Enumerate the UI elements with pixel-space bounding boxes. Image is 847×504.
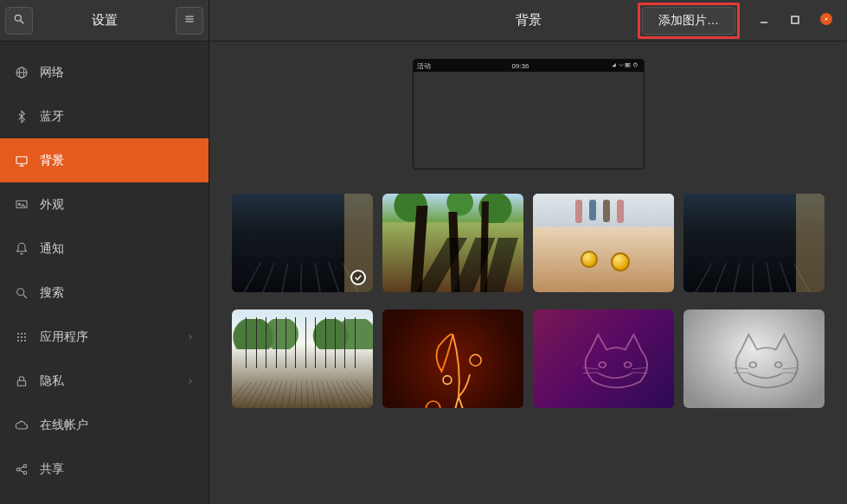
sidebar-search-button[interactable] xyxy=(5,7,33,35)
add-picture-button[interactable]: 添加图片… xyxy=(642,7,735,35)
svg-line-28 xyxy=(19,466,23,469)
sidebar-item-cloud[interactable]: 在线帐户 xyxy=(0,403,209,447)
preview-topbar: 活动 09:36 xyxy=(414,60,644,72)
svg-marker-34 xyxy=(612,63,615,67)
sidebar-item-label: 共享 xyxy=(40,462,195,477)
sidebar-item-appearance[interactable]: 外观 xyxy=(0,182,209,226)
wallpaper-preview[interactable]: 活动 09:36 xyxy=(413,59,645,169)
sidebar-item-globe[interactable]: 网络 xyxy=(0,50,209,94)
chevron-right-icon xyxy=(186,374,195,388)
settings-app: 设置 网络蓝牙背景外观通知搜索应用程序隐私在线帐户共享 背景 添加图片… xyxy=(0,0,847,504)
minimize-button[interactable] xyxy=(748,5,780,36)
display-icon xyxy=(14,153,29,169)
svg-point-41 xyxy=(443,376,452,385)
sidebar-title: 设置 xyxy=(33,12,176,29)
sidebar-item-search[interactable]: 搜索 xyxy=(0,271,209,315)
cloud-icon xyxy=(14,418,29,433)
lock-icon xyxy=(14,373,29,389)
appearance-icon xyxy=(14,197,29,213)
sidebar-item-bluetooth[interactable]: 蓝牙 xyxy=(0,94,209,138)
wallpaper-thumbnail[interactable] xyxy=(232,194,373,292)
globe-icon xyxy=(14,65,29,80)
wallpaper-preview-wrap: 活动 09:36 xyxy=(230,59,826,169)
svg-line-43 xyxy=(582,372,598,373)
apps-icon xyxy=(14,329,29,345)
svg-point-39 xyxy=(427,401,440,408)
wallpaper-thumbnail[interactable] xyxy=(232,309,373,408)
svg-point-13 xyxy=(17,288,24,295)
svg-point-23 xyxy=(24,339,26,341)
wallpaper-thumbnail[interactable] xyxy=(382,309,523,408)
header-actions: 添加图片… xyxy=(638,3,842,39)
sidebar-item-label: 背景 xyxy=(40,153,195,169)
menu-icon xyxy=(183,13,196,28)
close-icon xyxy=(820,13,832,28)
content-panel: 背景 添加图片… xyxy=(209,0,847,504)
svg-point-17 xyxy=(24,332,26,334)
svg-line-1 xyxy=(21,21,24,24)
bell-icon xyxy=(14,241,29,257)
sidebar-item-bell[interactable]: 通知 xyxy=(0,226,209,271)
svg-line-29 xyxy=(19,469,23,472)
sidebar-item-display[interactable]: 背景 xyxy=(0,138,209,182)
close-button[interactable] xyxy=(811,5,842,36)
search-icon xyxy=(13,13,25,28)
maximize-icon xyxy=(790,14,800,28)
chevron-right-icon xyxy=(186,330,195,344)
svg-line-47 xyxy=(733,372,748,373)
sidebar-list: 网络蓝牙背景外观通知搜索应用程序隐私在线帐户共享 xyxy=(0,41,209,504)
svg-line-48 xyxy=(782,367,798,369)
svg-point-22 xyxy=(21,339,22,341)
minimize-icon xyxy=(759,14,769,28)
sidebar-header: 设置 xyxy=(0,0,209,41)
content-header: 背景 添加图片… xyxy=(209,0,847,41)
svg-point-15 xyxy=(17,332,19,334)
preview-topbar-status xyxy=(611,61,640,70)
wallpaper-thumbnail[interactable] xyxy=(533,194,674,292)
svg-point-0 xyxy=(15,15,21,21)
svg-point-19 xyxy=(21,335,22,337)
wallpaper-thumbnail[interactable] xyxy=(683,309,825,408)
sidebar-item-label: 在线帐户 xyxy=(40,418,195,433)
sidebar-menu-button[interactable] xyxy=(176,7,203,35)
sidebar-item-lock[interactable]: 隐私 xyxy=(0,359,209,403)
share-icon xyxy=(14,462,29,477)
search-icon xyxy=(14,285,29,301)
svg-point-16 xyxy=(21,332,22,334)
preview-topbar-left: 活动 xyxy=(417,61,431,71)
sidebar-item-apps[interactable]: 应用程序 xyxy=(0,315,209,359)
sidebar-item-share[interactable]: 共享 xyxy=(0,447,209,491)
svg-rect-8 xyxy=(16,156,27,163)
svg-point-20 xyxy=(24,335,26,337)
wallpaper-thumbnail[interactable] xyxy=(382,194,523,292)
sidebar-item-label: 应用程序 xyxy=(40,329,186,345)
svg-point-40 xyxy=(470,354,481,366)
wallpaper-thumbnail[interactable] xyxy=(683,194,825,292)
sidebar-item-label: 通知 xyxy=(40,241,195,257)
svg-point-18 xyxy=(17,335,19,337)
preview-topbar-time: 09:36 xyxy=(511,62,529,70)
annotation-highlight: 添加图片… xyxy=(638,3,740,39)
maximize-button[interactable] xyxy=(780,5,811,36)
svg-rect-36 xyxy=(626,64,628,66)
wallpaper-grid xyxy=(230,194,826,408)
svg-rect-31 xyxy=(792,16,799,23)
wallpaper-thumbnail[interactable] xyxy=(533,309,674,408)
svg-point-12 xyxy=(18,203,20,205)
bluetooth-icon xyxy=(14,109,29,124)
sidebar-item-label: 外观 xyxy=(40,197,195,213)
sidebar-item-label: 隐私 xyxy=(40,373,186,389)
svg-line-44 xyxy=(632,367,647,369)
svg-line-14 xyxy=(23,295,27,298)
svg-rect-24 xyxy=(17,380,25,386)
content-body: 活动 09:36 xyxy=(209,41,847,504)
svg-point-21 xyxy=(17,339,19,341)
sidebar-item-label: 搜索 xyxy=(40,285,195,301)
selected-badge xyxy=(350,270,366,285)
sidebar-item-label: 蓝牙 xyxy=(40,109,195,124)
sidebar: 设置 网络蓝牙背景外观通知搜索应用程序隐私在线帐户共享 xyxy=(0,0,209,504)
sidebar-item-label: 网络 xyxy=(40,65,195,80)
